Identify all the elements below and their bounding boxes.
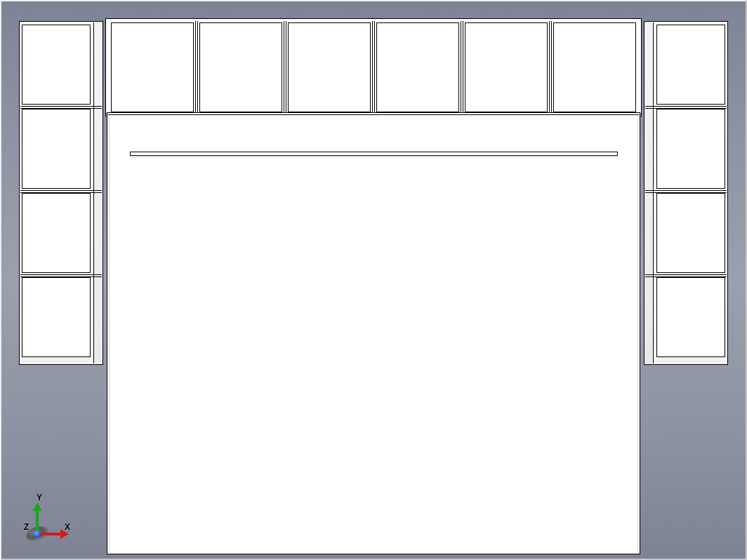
top-cubby-div-a-3 <box>372 21 373 115</box>
z-axis-dot <box>34 531 41 538</box>
top-cubby-3 <box>376 22 459 112</box>
top-cubby-div-b-5 <box>551 21 552 115</box>
top-cubby-div-b-4 <box>463 21 463 115</box>
handle-bar <box>130 152 618 156</box>
top-cubby-div-a-5 <box>549 21 550 115</box>
right-shelf-divider-3 <box>645 274 727 275</box>
right-shelf-opening-0 <box>656 25 725 105</box>
front-panel-top-inner <box>108 114 639 115</box>
left-shelf-opening-1 <box>22 109 91 189</box>
top-cubby-div-a-4 <box>461 21 461 115</box>
z-axis-label: Z <box>24 522 29 532</box>
top-cubby-1 <box>199 22 282 112</box>
handle-bar-shadow <box>130 156 618 157</box>
axis-triad[interactable]: X Y Z <box>21 498 70 547</box>
right-shelf-divider2-1 <box>645 108 727 109</box>
x-axis-line <box>38 533 62 535</box>
top-cubby-div-b-1 <box>197 21 198 115</box>
right-shelf-side-face <box>644 22 654 364</box>
right-shelf-divider-2 <box>645 190 727 191</box>
left-shelf-divider-3 <box>20 274 102 275</box>
window-frame-left <box>0 0 1 560</box>
top-cubby-div-b-3 <box>374 21 375 115</box>
left-shelf-opening-0 <box>22 25 91 105</box>
right-shelf-divider2-3 <box>645 276 727 277</box>
y-axis-arrow <box>32 502 42 511</box>
right-shelf-divider-1 <box>645 106 727 107</box>
x-axis-label: X <box>65 522 70 532</box>
left-shelf-divider2-2 <box>20 192 102 193</box>
right-shelf-divider2-2 <box>645 192 727 193</box>
top-cubby-div-a-1 <box>195 21 196 115</box>
left-shelf-divider2-1 <box>20 108 102 109</box>
y-axis-line <box>36 509 39 533</box>
right-shelf-opening-3 <box>656 277 725 357</box>
left-shelf-divider2-3 <box>20 276 102 277</box>
left-shelf-divider-1 <box>20 106 102 107</box>
left-shelf-divider-2 <box>20 190 102 191</box>
top-cubby-div-b-2 <box>286 21 286 115</box>
window-frame-top <box>0 0 747 1</box>
left-shelf-side-face <box>93 22 103 364</box>
front-panel <box>107 112 640 554</box>
top-cubby-div-a-2 <box>284 21 284 115</box>
top-cubby-5 <box>553 22 636 112</box>
top-cubby-4 <box>465 22 548 112</box>
y-axis-label: Y <box>37 493 42 502</box>
cad-viewport[interactable]: X Y Z <box>0 0 747 560</box>
front-panel-right-seam <box>637 114 638 552</box>
right-shelf-opening-1 <box>656 109 725 189</box>
right-shelf-opening-2 <box>656 193 725 273</box>
left-shelf-opening-2 <box>22 193 91 273</box>
left-shelf-opening-3 <box>22 277 91 357</box>
top-cubby-2 <box>288 22 371 112</box>
front-panel-left-seam <box>109 114 110 552</box>
top-cubby-0 <box>111 22 194 112</box>
